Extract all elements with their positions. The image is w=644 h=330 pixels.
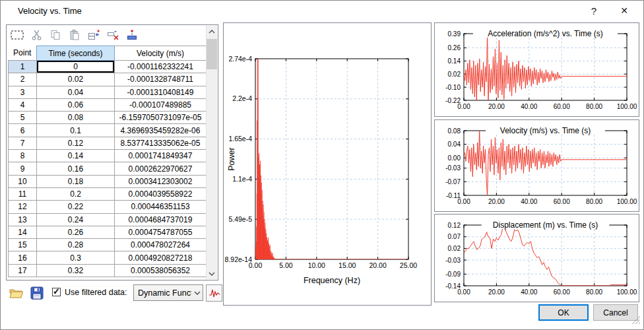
point-cell[interactable]: 13 xyxy=(9,213,37,226)
velocity-cell[interactable]: -0.0001162332241 xyxy=(115,61,207,73)
time-cell[interactable]: 0.2 xyxy=(37,187,115,200)
time-cell[interactable]: 0.08 xyxy=(37,112,115,124)
svg-text:-0.14: -0.14 xyxy=(445,282,461,290)
power-spectrum-plot: 0.005.0010.0015.0020.0025.002.74e-42.2e-… xyxy=(224,23,431,305)
svg-text:1.1e-4: 1.1e-4 xyxy=(232,175,252,183)
velocity-cell[interactable]: 8.5377413335062e-05 xyxy=(115,137,207,149)
dynamic-function-select[interactable]: Dynamic Function 1 xyxy=(133,284,203,301)
dynamic-function-value: Dynamic Function 1 xyxy=(134,288,191,298)
waveform-button[interactable] xyxy=(206,284,222,302)
point-cell[interactable]: 10 xyxy=(9,175,37,187)
save-button[interactable] xyxy=(28,284,46,302)
point-cell[interactable]: 8 xyxy=(9,150,37,162)
velocity-cell[interactable]: -0.0001310408149 xyxy=(115,86,207,98)
column-header-point: Point xyxy=(9,46,37,61)
waveform-icon xyxy=(209,288,220,298)
paste-icon[interactable] xyxy=(67,28,82,42)
point-cell[interactable]: 12 xyxy=(9,201,37,213)
add-row-icon[interactable] xyxy=(125,28,139,42)
svg-text:-0.11: -0.11 xyxy=(446,192,461,199)
time-cell[interactable]: 0.3 xyxy=(37,251,115,264)
velocity-cell[interactable]: 0.000446351153 xyxy=(115,201,207,213)
time-cell[interactable]: 0.06 xyxy=(37,98,115,111)
time-cell[interactable]: 0.1 xyxy=(37,124,115,137)
delete-row-icon[interactable] xyxy=(106,28,120,42)
scroll-up-icon[interactable] xyxy=(207,26,217,37)
table-row: 120.220.000446351153 xyxy=(9,201,207,213)
point-cell[interactable]: 17 xyxy=(9,264,37,277)
point-cell[interactable]: 1 xyxy=(9,61,37,73)
velocity-cell[interactable]: 0.0004684737019 xyxy=(115,213,207,226)
table-row: 170.320.000538056352 xyxy=(9,264,207,277)
time-cell[interactable]: 0.32 xyxy=(37,264,115,277)
open-file-button[interactable] xyxy=(7,284,25,302)
velocity-cell[interactable]: -6.1597050731097e-05 xyxy=(115,112,207,124)
point-cell[interactable]: 5 xyxy=(9,112,37,124)
displacement-plot: 0.0020.0040.0060.0080.00100.000.120.070.… xyxy=(435,214,639,302)
floppy-disk-icon xyxy=(30,286,44,300)
time-cell[interactable]: 0.28 xyxy=(37,239,115,251)
point-cell[interactable]: 14 xyxy=(9,226,37,238)
svg-text:100.00: 100.00 xyxy=(617,103,637,110)
velocity-cell[interactable]: -0.0001328748711 xyxy=(115,73,207,86)
velocity-cell[interactable]: 0.0002622970627 xyxy=(115,162,207,175)
time-cell[interactable]: 0.22 xyxy=(37,201,115,213)
velocity-cell[interactable]: 0.0003412303002 xyxy=(115,175,207,187)
svg-text:15.00: 15.00 xyxy=(338,261,356,269)
velocity-cell[interactable]: -0.000107489885 xyxy=(115,98,207,111)
table-row: 10-0.0001162332241 xyxy=(9,61,207,73)
point-cell[interactable]: 3 xyxy=(9,86,37,98)
cut-icon[interactable] xyxy=(29,28,44,42)
svg-text:0.08: 0.08 xyxy=(448,127,461,135)
point-cell[interactable]: 4 xyxy=(9,98,37,111)
time-cell[interactable]: 0.04 xyxy=(37,86,115,98)
point-cell[interactable]: 16 xyxy=(9,251,37,264)
help-button[interactable]: ? xyxy=(581,1,606,20)
time-cell[interactable]: 0.18 xyxy=(37,175,115,187)
use-filtered-data-label: Use filtered data: xyxy=(65,284,127,300)
velocity-cell[interactable]: 0.000478027264 xyxy=(115,239,207,251)
insert-row-icon[interactable] xyxy=(86,28,101,42)
chevron-down-icon xyxy=(191,291,203,295)
use-filtered-data-checkbox[interactable]: ✓ xyxy=(52,288,61,296)
column-header-time[interactable]: Time (seconds) xyxy=(37,46,115,61)
time-cell[interactable]: 0.16 xyxy=(37,162,115,175)
scrollbar-thumb[interactable] xyxy=(207,39,217,69)
svg-text:0.00: 0.00 xyxy=(448,154,461,162)
velocity-cell[interactable]: 0.0004039558922 xyxy=(115,187,207,200)
time-cell[interactable]: 0 xyxy=(37,61,115,73)
velocity-cell[interactable]: 0.0001741849347 xyxy=(115,150,207,162)
table-row: 110.20.0004039558922 xyxy=(9,187,207,200)
velocity-cell[interactable]: 0.0004920827218 xyxy=(115,251,207,264)
power-spectrum-panel: 0.005.0010.0015.0020.0025.002.74e-42.2e-… xyxy=(223,22,432,306)
velocity-cell[interactable]: 4.3696935459282e-06 xyxy=(115,124,207,137)
time-cell[interactable]: 0.14 xyxy=(37,150,115,162)
point-cell[interactable]: 2 xyxy=(9,73,37,86)
ok-button[interactable]: OK xyxy=(538,304,589,321)
time-cell[interactable]: 0.12 xyxy=(37,137,115,149)
time-cell[interactable]: 0.26 xyxy=(37,226,115,238)
table-row: 80.140.0001741849347 xyxy=(9,150,207,162)
point-cell[interactable]: 7 xyxy=(9,137,37,149)
svg-text:Acceleration (m/s^2) vs. Time: Acceleration (m/s^2) vs. Time (s) xyxy=(488,29,602,38)
point-cell[interactable]: 9 xyxy=(9,162,37,175)
svg-text:2.2e-4: 2.2e-4 xyxy=(232,94,252,102)
point-cell[interactable]: 6 xyxy=(9,124,37,137)
selection-icon[interactable] xyxy=(10,28,24,42)
column-header-velocity[interactable]: Velocity (m/s) xyxy=(115,46,207,61)
table-scrollbar[interactable] xyxy=(206,26,217,279)
velocity-cell[interactable]: 0.000538056352 xyxy=(115,264,207,277)
close-button[interactable]: ✕ xyxy=(612,1,637,20)
time-cell[interactable]: 0.02 xyxy=(37,73,115,86)
svg-text:40.00: 40.00 xyxy=(521,103,537,110)
point-cell[interactable]: 15 xyxy=(9,239,37,251)
time-cell[interactable]: 0.24 xyxy=(37,213,115,226)
velocity-cell[interactable]: 0.0004754787055 xyxy=(115,226,207,238)
table-toolbar xyxy=(10,27,139,43)
resize-grip[interactable] xyxy=(631,315,641,327)
table-row: 40.06-0.000107489885 xyxy=(9,98,207,111)
scroll-down-icon[interactable] xyxy=(207,268,217,279)
table-row: 70.128.5377413335062e-05 xyxy=(9,137,207,149)
copy-icon[interactable] xyxy=(48,28,63,42)
point-cell[interactable]: 11 xyxy=(9,187,37,200)
